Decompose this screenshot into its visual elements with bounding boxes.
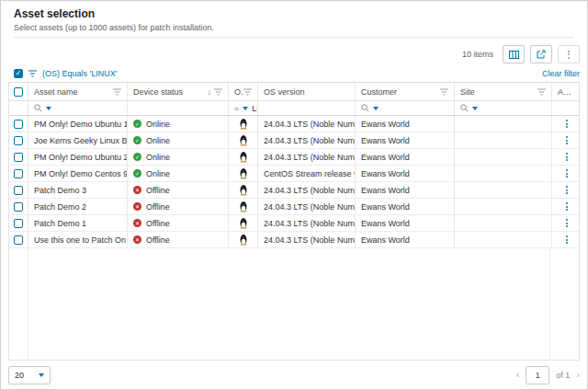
sort-descending-icon[interactable]: ↓ (208, 87, 212, 97)
row-actions-menu-icon[interactable] (566, 202, 568, 211)
os-cell (229, 215, 258, 231)
linux-tux-icon (239, 167, 248, 179)
current-page-input[interactable]: 1 (526, 366, 549, 384)
status-label: Online (146, 136, 170, 145)
status-icon (133, 235, 141, 244)
site-cell (455, 215, 552, 231)
asset-name-cell: Patch Demo 3 (28, 182, 128, 198)
chevron-down-icon[interactable] (373, 107, 379, 110)
filter-funnel-icon[interactable] (113, 88, 121, 96)
column-chooser-button[interactable] (503, 45, 525, 63)
row-actions-menu-icon[interactable] (566, 235, 568, 244)
table-row[interactable]: Joe Kerns Geeky Linux Box Online (9, 132, 579, 149)
table-row[interactable]: Patch Demo 3 Offline (9, 182, 579, 199)
filter-funnel-icon[interactable] (214, 88, 222, 96)
table-row[interactable]: Use this one to Patch On Demand Offline (9, 232, 579, 248)
row-checkbox[interactable] (14, 120, 23, 129)
site-cell (455, 132, 552, 148)
column-header-device-status[interactable]: Device status ↓ (128, 83, 229, 100)
status-icon (133, 169, 141, 178)
row-checkbox[interactable] (14, 153, 23, 162)
row-actions-cell (552, 132, 580, 148)
actions-search-cell (552, 101, 580, 115)
asset-name-cell: Use this one to Patch On Demand (28, 232, 128, 247)
search-icon (34, 104, 42, 112)
clear-filter-link[interactable]: Clear filter (542, 69, 580, 78)
select-all-checkbox[interactable] (14, 87, 23, 97)
row-actions-menu-icon[interactable] (566, 186, 568, 194)
filter-funnel-icon[interactable] (243, 88, 252, 96)
os-version-cell: 24.04.3 LTS (Noble Numbat) (258, 232, 356, 247)
row-checkbox[interactable] (14, 202, 23, 212)
table-row[interactable]: PM Only! Demo Ubuntu 1 Online (9, 116, 579, 132)
previous-page-button[interactable]: ‹ (516, 370, 520, 380)
table-body: PM Only! Demo Ubuntu 1 Online (9, 116, 579, 248)
page-header: Asset selection Select assets (up to 100… (1, 1, 587, 40)
os-cell (229, 232, 258, 247)
customer-cell: Ewans World (356, 116, 455, 132)
site-search-input[interactable] (455, 101, 552, 115)
column-header-os[interactable]: OS (229, 83, 258, 100)
chevron-down-icon[interactable] (472, 107, 478, 110)
row-actions-cell (552, 166, 580, 181)
filter-funnel-icon[interactable] (537, 88, 546, 96)
os-filter-value[interactable]: LI (252, 104, 258, 113)
row-checkbox[interactable] (14, 219, 23, 228)
os-filter-cell[interactable]: = LI (229, 101, 258, 115)
chevron-down-icon[interactable] (243, 107, 248, 110)
linux-tux-icon (239, 201, 248, 212)
row-checkbox[interactable] (14, 186, 23, 195)
status-label: Online (146, 153, 170, 162)
os-cell (229, 116, 258, 132)
status-label: Online (146, 120, 170, 129)
row-actions-menu-icon[interactable] (566, 169, 568, 178)
row-actions-menu-icon[interactable] (566, 153, 568, 161)
customer-search-input[interactable] (356, 101, 455, 115)
status-label: Offline (146, 202, 170, 212)
row-checkbox[interactable] (14, 136, 23, 145)
table-row[interactable]: Patch Demo 2 Offline (9, 199, 579, 215)
os-filter-operator: = (234, 104, 239, 113)
status-icon (133, 136, 141, 144)
os-version-search-cell[interactable] (258, 101, 356, 115)
device-status-search-cell[interactable] (128, 101, 229, 115)
more-options-button[interactable] (558, 45, 580, 63)
export-button[interactable] (530, 45, 552, 63)
column-header-asset-name[interactable]: Asset name (28, 83, 128, 100)
asset-name-search-input[interactable] (28, 101, 128, 115)
chevron-down-icon[interactable] (46, 107, 51, 110)
os-version-cell: 24.04.3 LTS (Noble Numbat) (258, 215, 356, 231)
row-checkbox-cell (9, 166, 28, 181)
status-label: Offline (146, 219, 170, 228)
table-row[interactable]: PM Only! Demo Centos 9 Online (9, 166, 579, 182)
row-checkbox-cell (9, 132, 28, 148)
device-status-cell: Online (128, 166, 229, 181)
os-cell (229, 166, 258, 181)
row-actions-menu-icon[interactable] (566, 120, 568, 128)
page-size-value: 20 (15, 371, 24, 380)
os-version-cell: 24.04.3 LTS (Noble Numbat) (258, 182, 356, 198)
filter-funnel-icon[interactable] (440, 88, 448, 96)
table-toolbar: 10 items (1, 40, 587, 67)
page-size-select[interactable]: 20 (8, 366, 51, 384)
table-row[interactable]: PM Only! Demo Ubuntu 2 Online (9, 149, 579, 166)
device-status-cell: Offline (128, 182, 229, 198)
site-cell (455, 149, 552, 165)
column-header-site[interactable]: Site (455, 83, 552, 100)
row-actions-menu-icon[interactable] (566, 136, 568, 144)
filter-checkbox[interactable] (14, 69, 23, 78)
device-status-cell: Online (128, 132, 229, 148)
customer-cell: Ewans World (356, 199, 455, 214)
row-actions-menu-icon[interactable] (566, 219, 568, 227)
site-cell (455, 232, 552, 247)
active-filter-label[interactable]: (OS) Equals 'LINUX' (42, 69, 117, 78)
column-header-actions: Actions (552, 83, 580, 100)
column-header-customer[interactable]: Customer (356, 83, 455, 100)
table-row[interactable]: Patch Demo 1 Offline (9, 215, 579, 232)
os-version-cell: CentOS Stream release 9 (258, 166, 356, 181)
row-checkbox[interactable] (14, 235, 23, 245)
next-page-button[interactable]: › (576, 370, 580, 380)
column-header-os-version[interactable]: OS version (258, 83, 356, 100)
row-checkbox[interactable] (14, 169, 23, 178)
asset-name-cell: Joe Kerns Geeky Linux Box (28, 132, 128, 148)
